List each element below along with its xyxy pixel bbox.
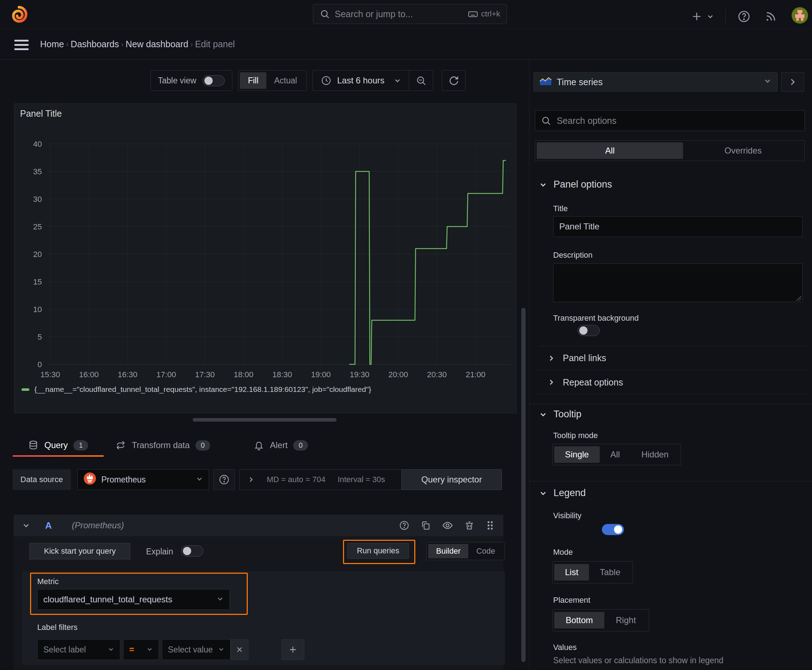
help-icon[interactable] [737, 10, 751, 23]
operator-chevron-down-icon [146, 645, 153, 655]
search-options-input[interactable]: Search options [535, 110, 805, 131]
stats-chevron-right-icon[interactable] [247, 476, 254, 483]
prometheus-icon [83, 472, 96, 487]
plus-icon [288, 645, 298, 655]
legend-item[interactable]: {__name__="cloudflared_tunnel_total_requ… [22, 385, 371, 394]
fill-actual-group: Fill Actual [238, 70, 307, 91]
topbar-divider [726, 9, 726, 24]
tab-transform[interactable]: Transform data 0 [115, 436, 210, 455]
add-filter-button[interactable] [281, 639, 304, 660]
topbar-actions [690, 7, 808, 26]
fill-option[interactable]: Fill [240, 72, 266, 89]
search-placeholder: Search or jump to... [335, 9, 463, 19]
panel-options-section-header[interactable]: Panel options [539, 179, 612, 190]
kick-start-query-button[interactable]: Kick start your query [29, 543, 131, 559]
tooltip-section-header[interactable]: Tooltip [539, 409, 581, 420]
repeat-options-row[interactable]: Repeat options [539, 370, 806, 394]
svg-text:16:00: 16:00 [79, 370, 99, 379]
tab-query[interactable]: Query 1 [28, 436, 88, 455]
transparent-background-toggle[interactable] [578, 325, 600, 336]
select-value-dropdown[interactable]: Select value [162, 639, 231, 660]
toggle-visibility-eye-icon[interactable] [442, 520, 453, 531]
metric-select[interactable]: cloudflared_tunnel_total_requests [37, 589, 230, 610]
tooltip-hidden-option[interactable]: Hidden [631, 446, 679, 463]
add-chevron-down-icon[interactable] [707, 13, 714, 20]
query-inspector-button[interactable]: Query inspector [401, 469, 502, 490]
datasource-chevron-down-icon [196, 475, 203, 485]
panel-links-row[interactable]: Panel links [539, 346, 806, 370]
placement-right-option[interactable]: Right [604, 612, 647, 628]
tooltip-single-option[interactable]: Single [554, 446, 600, 463]
tooltip-mode-label: Tooltip mode [553, 431, 598, 440]
operator-value: = [129, 645, 134, 655]
explain-toggle[interactable] [181, 545, 203, 557]
operator-dropdown[interactable]: = [123, 639, 159, 660]
remove-filter-button[interactable] [231, 639, 249, 660]
datasource-select[interactable]: Prometheus [77, 469, 209, 490]
label-filters-label: Label filters [37, 623, 78, 632]
legend-mode-label: Mode [553, 548, 573, 557]
run-queries-highlight: Run queries [343, 540, 415, 564]
expand-viz-panel-button[interactable] [781, 72, 804, 91]
actual-option[interactable]: Actual [266, 72, 305, 89]
add-icon[interactable] [690, 10, 703, 23]
tab-overrides[interactable]: Overrides [683, 142, 803, 159]
select-label-chevron-down-icon [108, 645, 114, 655]
legend-section-header[interactable]: Legend [539, 487, 586, 499]
delete-trash-icon[interactable] [464, 520, 475, 531]
select-label-placeholder: Select label [43, 645, 86, 655]
time-range-label: Last 6 hours [337, 76, 385, 86]
legend-list-option[interactable]: List [554, 564, 589, 580]
table-view-label: Table view [158, 76, 196, 86]
tab-all[interactable]: All [537, 142, 683, 159]
title-input[interactable] [553, 216, 803, 237]
tab-alert[interactable]: Alert 0 [253, 436, 308, 455]
select-label-dropdown[interactable]: Select label [37, 639, 120, 660]
resize-corner-icon[interactable] [796, 296, 801, 301]
tab-alert-count: 0 [293, 440, 308, 451]
svg-text:0: 0 [37, 360, 42, 369]
table-view-toggle[interactable] [203, 75, 225, 86]
duplicate-icon[interactable] [420, 520, 431, 531]
query-ref-datasource: (Prometheus) [72, 520, 124, 530]
query-help-icon[interactable] [399, 520, 410, 531]
legend-table-option[interactable]: Table [589, 564, 631, 580]
placement-bottom-option[interactable]: Bottom [554, 612, 604, 628]
tab-query-count: 1 [73, 440, 88, 451]
menu-icon[interactable] [14, 37, 29, 52]
tooltip-all-option[interactable]: All [600, 446, 631, 463]
visualization-picker[interactable]: Time series [534, 72, 778, 91]
panel-resize-handle[interactable] [193, 418, 337, 421]
query-collapse-chevron-down-icon[interactable] [22, 521, 30, 530]
transform-icon [115, 440, 126, 451]
repeat-options-label: Repeat options [563, 377, 623, 387]
datasource-help-button[interactable] [214, 469, 235, 490]
tooltip-heading: Tooltip [554, 409, 581, 420]
description-label: Description [553, 250, 593, 260]
time-series-chart[interactable]: 051015202530354015:3016:0016:3017:0017:3… [14, 124, 517, 382]
drag-grip-icon[interactable] [485, 520, 495, 531]
viz-chevron-down-icon [764, 77, 771, 87]
breadcrumb-home[interactable]: Home [40, 39, 64, 49]
tab-query-label: Query [44, 440, 68, 450]
builder-option[interactable]: Builder [428, 544, 468, 558]
time-range-chevron-down-icon [394, 77, 401, 84]
news-rss-icon[interactable] [765, 10, 777, 23]
breadcrumb-dashboards[interactable]: Dashboards [71, 39, 119, 49]
grafana-logo[interactable] [10, 5, 28, 25]
refresh-button[interactable] [442, 70, 465, 91]
query-row-header[interactable]: A (Prometheus) [14, 515, 503, 536]
breadcrumb-new-dashboard[interactable]: New dashboard [125, 39, 188, 49]
visibility-toggle[interactable] [602, 524, 624, 535]
scrollbar-thumb[interactable] [521, 308, 526, 662]
refresh-icon [448, 75, 459, 86]
metric-label: Metric [37, 577, 59, 586]
code-option[interactable]: Code [468, 544, 503, 558]
svg-text:17:30: 17:30 [195, 370, 215, 379]
time-range-picker[interactable]: Last 6 hours [312, 70, 409, 91]
zoom-out-button[interactable] [409, 70, 433, 91]
global-search[interactable]: Search or jump to... ctrl+k [313, 4, 507, 24]
description-input[interactable] [553, 264, 803, 302]
avatar[interactable] [792, 7, 808, 26]
run-queries-button[interactable]: Run queries [347, 543, 409, 559]
